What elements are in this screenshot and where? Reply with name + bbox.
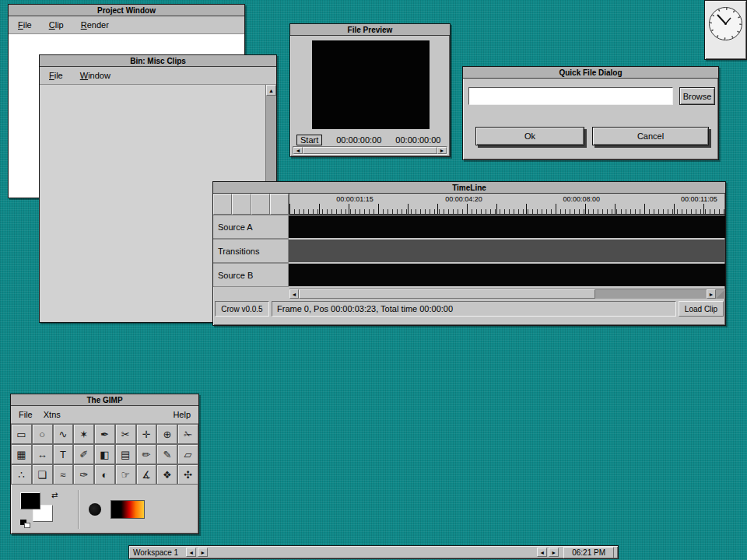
timeline-scrollbar[interactable]: ◄ ► xyxy=(289,289,725,299)
project-menu-clip[interactable]: Clip xyxy=(49,20,64,30)
timeline-tool-cell[interactable] xyxy=(213,194,232,215)
tool-magnify[interactable]: ⊕ xyxy=(156,424,177,444)
tool-path[interactable]: ✣ xyxy=(177,464,198,485)
tool-measure[interactable]: ∡ xyxy=(136,464,157,485)
tool-ellipse-select[interactable]: ○ xyxy=(32,424,53,444)
clock-widget xyxy=(704,0,747,60)
gimp-menu-help[interactable]: Help xyxy=(173,410,191,419)
tool-paintbrush[interactable]: ✎ xyxy=(156,444,177,464)
eraser-icon: ▱ xyxy=(184,449,192,460)
bin-menu-file[interactable]: File xyxy=(49,71,63,80)
scissors-icon: ✂ xyxy=(121,429,130,440)
bin-window-titlebar[interactable]: Bin: Misc Clips xyxy=(40,55,276,67)
ruler-label: 00:00:04:20 xyxy=(445,195,482,203)
tool-free-select[interactable]: ∿ xyxy=(53,424,74,444)
gimp-menu-file[interactable]: File xyxy=(19,410,33,419)
tool-transform[interactable]: ▦ xyxy=(11,444,32,464)
project-window-title: Project Window xyxy=(97,6,156,15)
workspace-prev-button[interactable]: ◄ xyxy=(186,548,196,557)
tool-bezier-select[interactable]: ✒ xyxy=(94,424,115,444)
tool-airbrush[interactable]: ∴ xyxy=(11,464,32,485)
bin-window-title: Bin: Misc Clips xyxy=(130,57,186,65)
tool-pencil[interactable]: ✏ xyxy=(136,444,157,464)
preview-in-time: 00:00:00:00 xyxy=(336,135,381,145)
timeline-tool-cells xyxy=(213,194,289,215)
scroll-right-icon[interactable]: ► xyxy=(437,147,447,154)
tool-scissors[interactable]: ✂ xyxy=(115,424,136,444)
tool-rect-select[interactable]: ▭ xyxy=(11,424,32,444)
timeline-ruler[interactable]: 00:00:01:15 00:00:04:20 00:00:08:00 00:0… xyxy=(289,194,725,215)
workspace-next-button[interactable]: ► xyxy=(198,548,208,557)
foreground-color-swatch[interactable] xyxy=(20,492,40,509)
tasklist-prev-button[interactable]: ◄ xyxy=(537,548,547,557)
timeline-scrollbar-thumb[interactable] xyxy=(299,289,595,299)
tool-smudge[interactable]: ☞ xyxy=(115,464,136,485)
tool-flip[interactable]: ↔ xyxy=(32,444,53,464)
gimp-titlebar[interactable]: The GIMP xyxy=(11,394,198,406)
timeline-tool-cell[interactable] xyxy=(232,194,251,215)
file-path-input[interactable] xyxy=(468,87,673,105)
dodge-burn-icon: ◐ xyxy=(102,469,108,481)
tool-fuzzy-select[interactable]: ✶ xyxy=(73,424,94,444)
tool-clone[interactable]: ❏ xyxy=(32,464,53,485)
timeline-tool-cell[interactable] xyxy=(251,194,270,215)
color-swatch-area: ⇄ xyxy=(19,491,68,528)
file-preview-titlebar[interactable]: File Preview xyxy=(290,24,450,36)
tool-convolve[interactable]: ≈ xyxy=(53,464,74,485)
project-window-titlebar[interactable]: Project Window xyxy=(9,5,244,16)
load-clip-button[interactable]: Load Clip xyxy=(679,301,724,317)
by-color-select-icon: ❖ xyxy=(163,469,172,481)
timeline-titlebar[interactable]: TimeLine xyxy=(213,182,725,194)
tool-ink[interactable]: ✑ xyxy=(73,464,94,485)
tool-by-color-select[interactable]: ❖ xyxy=(156,464,177,485)
file-preview-title: File Preview xyxy=(348,26,393,34)
tool-color-picker[interactable]: ✐ xyxy=(73,444,94,464)
tool-text[interactable]: T xyxy=(53,444,74,464)
tool-crop[interactable]: ✁ xyxy=(177,424,198,444)
tool-bucket-fill[interactable]: ◧ xyxy=(94,444,115,464)
tool-eraser[interactable]: ▱ xyxy=(177,444,198,464)
scroll-up-icon[interactable]: ▲ xyxy=(266,85,276,96)
start-button[interactable]: Start xyxy=(296,135,322,145)
bin-window-menubar: File Window xyxy=(40,67,276,85)
gimp-title: The GIMP xyxy=(86,396,122,404)
track-clip-area[interactable] xyxy=(289,240,725,262)
track-clip-area[interactable] xyxy=(289,264,725,286)
app-version-label: Crow v0.0.5 xyxy=(215,301,269,317)
browse-button[interactable]: Browse xyxy=(679,87,715,105)
tool-dodge-burn[interactable]: ◐ xyxy=(94,464,115,485)
tool-move[interactable]: ✛ xyxy=(136,424,157,444)
ok-button[interactable]: Ok xyxy=(475,127,584,145)
project-menu-render[interactable]: Render xyxy=(81,20,109,30)
bin-menu-window[interactable]: Window xyxy=(80,71,110,80)
preview-scrollbar[interactable]: ◄ ► xyxy=(293,146,447,155)
scroll-left-icon[interactable]: ◄ xyxy=(289,289,299,299)
timeline-tool-cell[interactable] xyxy=(270,194,289,215)
timeline-window: TimeLine 00:00:01:15 00:00:04:20 00:00:0… xyxy=(212,181,726,326)
resize-grip[interactable] xyxy=(716,289,725,299)
rect-select-icon: ▭ xyxy=(16,429,26,440)
cancel-button[interactable]: Cancel xyxy=(592,127,709,145)
gimp-menubar: File Xtns Help xyxy=(11,406,198,424)
swap-colors-icon[interactable]: ⇄ xyxy=(51,491,58,499)
preview-out-time: 00:00:00:00 xyxy=(395,135,440,145)
gradient-preview[interactable] xyxy=(110,500,145,519)
track-clip-area[interactable] xyxy=(289,215,725,238)
scroll-left-icon[interactable]: ◄ xyxy=(293,147,303,154)
preview-scrollbar-thumb[interactable] xyxy=(303,147,437,154)
track-label: Source B xyxy=(213,263,289,287)
project-window-menubar: File Clip Render xyxy=(9,16,244,34)
move-icon: ✛ xyxy=(142,429,151,440)
tool-blend[interactable]: ▤ xyxy=(115,444,136,464)
gimp-menu-xtns[interactable]: Xtns xyxy=(44,410,61,419)
gimp-tool-grid: ▭ ○ ∿ ✶ ✒ ✂ ✛ ⊕ ✁ ▦ ↔ T ✐ ◧ ▤ ✏ ✎ ▱ ∴ ❏ … xyxy=(11,424,198,485)
default-colors-icon[interactable] xyxy=(20,520,31,528)
gimp-toolbox-window: The GIMP File Xtns Help ▭ ○ ∿ ✶ ✒ ✂ ✛ ⊕ … xyxy=(10,394,199,534)
brush-preview[interactable] xyxy=(89,503,101,516)
project-menu-file[interactable]: File xyxy=(18,20,32,30)
timeline-scrollbar-trough[interactable] xyxy=(595,289,707,299)
tasklist-next-button[interactable]: ► xyxy=(549,548,559,557)
flip-icon: ↔ xyxy=(37,449,47,460)
scroll-right-icon[interactable]: ► xyxy=(707,289,716,299)
quick-file-dialog-titlebar[interactable]: Quick File Dialog xyxy=(463,67,718,79)
